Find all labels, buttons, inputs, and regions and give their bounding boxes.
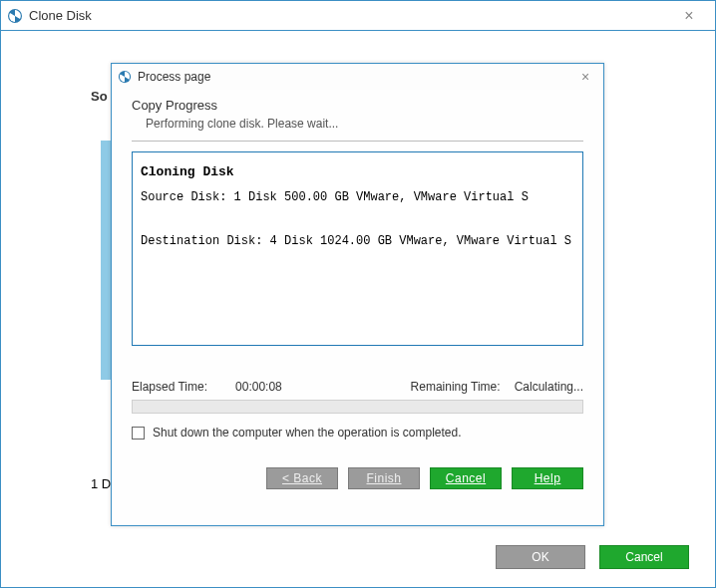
finish-button[interactable]: Finish (348, 467, 420, 489)
progress-bar (132, 400, 583, 414)
clone-log-source-line: Source Disk: 1 Disk 500.00 GB VMware, VM… (141, 188, 574, 206)
outer-window-title: Clone Disk (29, 8, 669, 23)
shutdown-checkbox[interactable] (132, 427, 145, 440)
shutdown-row: Shut down the computer when the operatio… (132, 426, 583, 440)
remaining-time-label: Remaining Time: (411, 380, 501, 394)
elapsed-time-label: Elapsed Time: (132, 380, 207, 394)
outer-titlebar: Clone Disk × (1, 1, 715, 31)
app-icon (118, 70, 132, 84)
app-icon (7, 8, 23, 24)
background-one-d-fragment: 1 D (91, 476, 111, 491)
copy-progress-subheading: Performing clone disk. Please wait... (146, 117, 583, 131)
elapsed-time-value: 00:00:08 (235, 380, 282, 394)
ok-button[interactable]: OK (496, 545, 585, 569)
time-row: Elapsed Time: 00:00:08 Remaining Time: C… (132, 380, 583, 394)
clone-disk-window: Clone Disk × So 1 D OK Cancel Process pa… (0, 0, 716, 588)
process-page-dialog: Process page × Copy Progress Performing … (111, 63, 604, 526)
copy-progress-heading: Copy Progress (132, 98, 583, 113)
clone-log-box: Cloning Disk Source Disk: 1 Disk 500.00 … (132, 151, 583, 346)
clone-log-title: Cloning Disk (141, 162, 574, 182)
modal-titlebar: Process page × (112, 64, 603, 90)
close-icon[interactable]: × (669, 7, 709, 25)
clone-log-dest-line: Destination Disk: 4 Disk 1024.00 GB VMwa… (141, 232, 574, 250)
modal-button-row: < Back Finish Cancel Help (132, 467, 583, 489)
modal-title: Process page (138, 70, 573, 84)
background-source-label-fragment: So (91, 89, 108, 104)
cancel-button[interactable]: Cancel (430, 467, 502, 489)
close-icon[interactable]: × (573, 69, 597, 85)
remaining-time-value: Calculating... (515, 380, 583, 394)
cancel-button[interactable]: Cancel (599, 545, 689, 569)
divider (132, 141, 583, 142)
help-button[interactable]: Help (512, 467, 583, 489)
shutdown-label: Shut down the computer when the operatio… (153, 426, 462, 440)
back-button[interactable]: < Back (266, 467, 338, 489)
